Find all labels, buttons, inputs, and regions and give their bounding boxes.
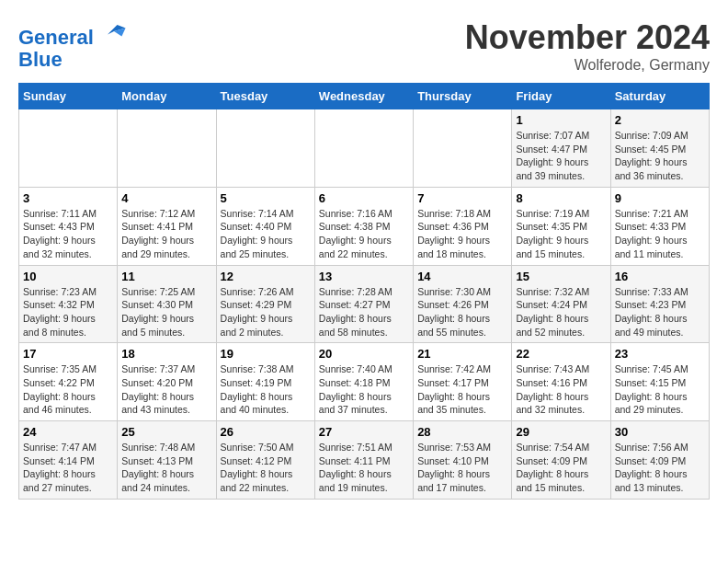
col-header-wednesday: Wednesday	[314, 84, 413, 109]
day-cell: 14Sunrise: 7:30 AM Sunset: 4:26 PM Dayli…	[414, 265, 512, 343]
day-info: Sunrise: 7:07 AM Sunset: 4:47 PM Dayligh…	[516, 129, 606, 183]
day-cell: 23Sunrise: 7:45 AM Sunset: 4:15 PM Dayli…	[610, 343, 709, 421]
day-number: 4	[121, 191, 211, 205]
day-number: 29	[516, 425, 606, 439]
logo-blue: Blue	[18, 49, 127, 71]
logo: General Blue	[18, 18, 127, 71]
day-cell	[216, 109, 314, 188]
day-cell: 4Sunrise: 7:12 AM Sunset: 4:41 PM Daylig…	[118, 187, 216, 265]
day-number: 28	[417, 425, 507, 439]
day-cell: 3Sunrise: 7:11 AM Sunset: 4:43 PM Daylig…	[19, 187, 118, 265]
day-info: Sunrise: 7:09 AM Sunset: 4:45 PM Dayligh…	[615, 129, 705, 183]
day-number: 6	[319, 191, 409, 205]
day-number: 27	[319, 425, 409, 439]
day-cell	[19, 109, 118, 188]
month-title: November 2024	[465, 18, 710, 57]
day-cell: 13Sunrise: 7:28 AM Sunset: 4:27 PM Dayli…	[314, 265, 413, 343]
day-cell: 9Sunrise: 7:21 AM Sunset: 4:33 PM Daylig…	[610, 187, 709, 265]
day-number: 9	[615, 191, 705, 205]
day-cell: 10Sunrise: 7:23 AM Sunset: 4:32 PM Dayli…	[19, 265, 118, 343]
day-cell	[314, 109, 413, 188]
day-cell: 8Sunrise: 7:19 AM Sunset: 4:35 PM Daylig…	[512, 187, 610, 265]
day-info: Sunrise: 7:16 AM Sunset: 4:38 PM Dayligh…	[319, 207, 409, 261]
calendar-table: SundayMondayTuesdayWednesdayThursdayFrid…	[18, 83, 710, 500]
col-header-friday: Friday	[512, 84, 610, 109]
day-cell: 7Sunrise: 7:18 AM Sunset: 4:36 PM Daylig…	[414, 187, 512, 265]
logo-text: General	[18, 18, 127, 49]
day-info: Sunrise: 7:45 AM Sunset: 4:15 PM Dayligh…	[615, 362, 705, 417]
day-cell: 15Sunrise: 7:32 AM Sunset: 4:24 PM Dayli…	[512, 265, 610, 343]
day-info: Sunrise: 7:35 AM Sunset: 4:22 PM Dayligh…	[23, 362, 113, 417]
day-info: Sunrise: 7:32 AM Sunset: 4:24 PM Dayligh…	[516, 285, 606, 339]
day-number: 21	[417, 347, 507, 361]
day-info: Sunrise: 7:23 AM Sunset: 4:32 PM Dayligh…	[23, 285, 113, 339]
day-number: 18	[121, 347, 211, 361]
day-cell: 29Sunrise: 7:54 AM Sunset: 4:09 PM Dayli…	[512, 421, 610, 500]
day-number: 11	[121, 270, 211, 283]
day-info: Sunrise: 7:28 AM Sunset: 4:27 PM Dayligh…	[319, 285, 409, 339]
day-info: Sunrise: 7:53 AM Sunset: 4:10 PM Dayligh…	[417, 441, 507, 495]
day-number: 24	[23, 425, 113, 439]
day-info: Sunrise: 7:26 AM Sunset: 4:29 PM Dayligh…	[221, 285, 311, 339]
day-number: 26	[221, 425, 311, 439]
day-info: Sunrise: 7:21 AM Sunset: 4:33 PM Dayligh…	[615, 207, 705, 261]
day-cell: 18Sunrise: 7:37 AM Sunset: 4:20 PM Dayli…	[118, 343, 216, 421]
header-row: SundayMondayTuesdayWednesdayThursdayFrid…	[19, 84, 710, 109]
day-cell: 1Sunrise: 7:07 AM Sunset: 4:47 PM Daylig…	[512, 109, 610, 188]
day-number: 16	[615, 270, 705, 283]
day-number: 30	[615, 425, 705, 439]
logo-bird-icon	[101, 18, 127, 44]
day-info: Sunrise: 7:51 AM Sunset: 4:11 PM Dayligh…	[319, 441, 409, 495]
day-number: 20	[319, 347, 409, 361]
day-info: Sunrise: 7:37 AM Sunset: 4:20 PM Dayligh…	[121, 362, 211, 417]
day-number: 13	[319, 270, 409, 283]
col-header-tuesday: Tuesday	[216, 84, 314, 109]
day-info: Sunrise: 7:18 AM Sunset: 4:36 PM Dayligh…	[417, 207, 507, 261]
day-cell: 26Sunrise: 7:50 AM Sunset: 4:12 PM Dayli…	[216, 421, 314, 500]
day-info: Sunrise: 7:42 AM Sunset: 4:17 PM Dayligh…	[417, 362, 507, 417]
day-cell: 25Sunrise: 7:48 AM Sunset: 4:13 PM Dayli…	[118, 421, 216, 500]
day-cell: 12Sunrise: 7:26 AM Sunset: 4:29 PM Dayli…	[216, 265, 314, 343]
day-cell: 27Sunrise: 7:51 AM Sunset: 4:11 PM Dayli…	[314, 421, 413, 500]
day-cell	[118, 109, 216, 188]
day-number: 25	[121, 425, 211, 439]
day-info: Sunrise: 7:48 AM Sunset: 4:13 PM Dayligh…	[121, 441, 211, 495]
day-cell: 19Sunrise: 7:38 AM Sunset: 4:19 PM Dayli…	[216, 343, 314, 421]
day-info: Sunrise: 7:50 AM Sunset: 4:12 PM Dayligh…	[221, 441, 311, 495]
page-header: General Blue November 2024 Wolferode, Ge…	[18, 18, 710, 74]
day-info: Sunrise: 7:14 AM Sunset: 4:40 PM Dayligh…	[221, 207, 311, 261]
day-info: Sunrise: 7:30 AM Sunset: 4:26 PM Dayligh…	[417, 285, 507, 339]
day-info: Sunrise: 7:40 AM Sunset: 4:18 PM Dayligh…	[319, 362, 409, 417]
day-info: Sunrise: 7:38 AM Sunset: 4:19 PM Dayligh…	[221, 362, 311, 417]
day-number: 22	[516, 347, 606, 361]
day-number: 1	[516, 113, 606, 127]
col-header-sunday: Sunday	[19, 84, 118, 109]
day-cell: 22Sunrise: 7:43 AM Sunset: 4:16 PM Dayli…	[512, 343, 610, 421]
day-info: Sunrise: 7:11 AM Sunset: 4:43 PM Dayligh…	[23, 207, 113, 261]
logo-general: General	[18, 26, 94, 49]
day-cell	[414, 109, 512, 188]
day-number: 23	[615, 347, 705, 361]
day-cell: 28Sunrise: 7:53 AM Sunset: 4:10 PM Dayli…	[414, 421, 512, 500]
day-info: Sunrise: 7:56 AM Sunset: 4:09 PM Dayligh…	[615, 441, 705, 495]
week-row-1: 1Sunrise: 7:07 AM Sunset: 4:47 PM Daylig…	[19, 109, 710, 188]
day-number: 15	[516, 270, 606, 283]
day-number: 10	[23, 270, 113, 283]
day-cell: 17Sunrise: 7:35 AM Sunset: 4:22 PM Dayli…	[19, 343, 118, 421]
day-number: 17	[23, 347, 113, 361]
col-header-thursday: Thursday	[414, 84, 512, 109]
day-number: 19	[221, 347, 311, 361]
day-info: Sunrise: 7:54 AM Sunset: 4:09 PM Dayligh…	[516, 441, 606, 495]
day-cell: 20Sunrise: 7:40 AM Sunset: 4:18 PM Dayli…	[314, 343, 413, 421]
day-number: 2	[615, 113, 705, 127]
col-header-monday: Monday	[118, 84, 216, 109]
day-cell: 5Sunrise: 7:14 AM Sunset: 4:40 PM Daylig…	[216, 187, 314, 265]
col-header-saturday: Saturday	[610, 84, 709, 109]
week-row-4: 17Sunrise: 7:35 AM Sunset: 4:22 PM Dayli…	[19, 343, 710, 421]
day-info: Sunrise: 7:19 AM Sunset: 4:35 PM Dayligh…	[516, 207, 606, 261]
day-number: 3	[23, 191, 113, 205]
day-number: 7	[417, 191, 507, 205]
day-number: 8	[516, 191, 606, 205]
day-number: 14	[417, 270, 507, 283]
day-info: Sunrise: 7:43 AM Sunset: 4:16 PM Dayligh…	[516, 362, 606, 417]
